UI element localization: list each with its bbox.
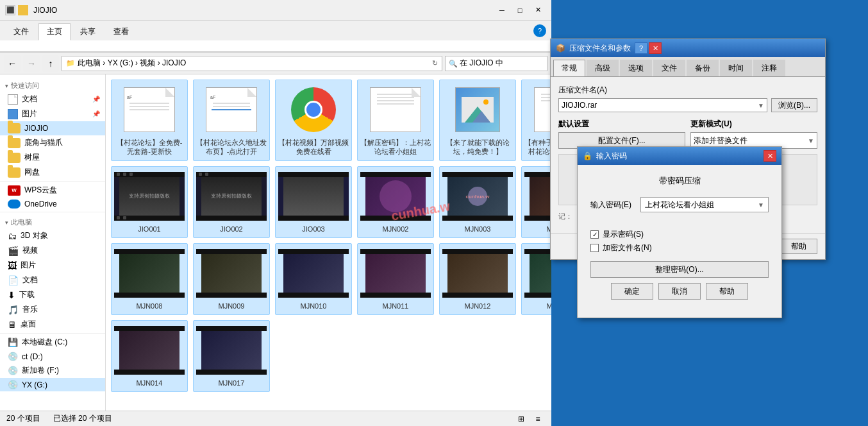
file-item-v3[interactable]: JIO003	[275, 166, 352, 238]
sidebar-item-downloads[interactable]: ⬇ 下载	[0, 287, 105, 302]
sidebar-divider1	[0, 181, 105, 182]
tab-home[interactable]: 主页	[38, 23, 71, 40]
txt-icon-f6	[534, 87, 551, 132]
file-thumb-v9	[278, 248, 349, 299]
file-item-v4[interactable]: MJN002	[357, 166, 434, 238]
file-item-f2[interactable]: aF 【村花论坛永久地址发布页】-点此打开	[193, 80, 270, 161]
rar-tab-files[interactable]: 文件	[653, 60, 685, 76]
sidebar-item-drive-f[interactable]: 💿 新加卷 (F:)	[0, 363, 105, 378]
rar-tab-time[interactable]: 时间	[720, 60, 752, 76]
sidebar-item-onedrive[interactable]: OneDrive	[0, 198, 105, 210]
tab-view[interactable]: 查看	[105, 23, 137, 40]
pwd-cancel-button[interactable]: 取消	[658, 283, 701, 300]
file-item-f6[interactable]: 【有种子却没速度？来村花论坛人工加速】	[521, 80, 551, 161]
selected-items: 已选择 20 个项目	[53, 413, 112, 424]
up-button[interactable]: ↑	[42, 55, 59, 72]
this-pc-section[interactable]: ▾ 此电脑	[0, 214, 105, 228]
file-item-v1[interactable]: 支持原创拍摄版权 JIO001	[111, 166, 188, 238]
filename-select[interactable]: JIOJIO.rar ▼	[558, 98, 767, 112]
list-view-button[interactable]: ≡	[531, 413, 545, 425]
file-item-v7[interactable]: MJN008	[111, 243, 188, 315]
quick-access-section[interactable]: ▾ 快速访问	[0, 77, 105, 92]
rar-tab-advanced[interactable]: 高级	[587, 60, 619, 76]
sidebar-item-drive-g[interactable]: 💿 YX (G:)	[0, 378, 105, 391]
file-item-v12[interactable]: MJN013	[521, 243, 551, 315]
back-button[interactable]: ←	[4, 55, 21, 72]
organize-password-button[interactable]: 整理密码(O)...	[590, 261, 769, 278]
file-thumb-v4	[360, 171, 431, 222]
file-item-v13[interactable]: MJN014	[111, 320, 188, 392]
file-item-v8[interactable]: MJN009	[193, 243, 270, 315]
filename-value: JIOJIO.rar	[562, 101, 597, 110]
file-item-v6[interactable]: MJN004	[521, 166, 551, 238]
sidebar-item-pics[interactable]: 图片 📌	[0, 106, 105, 121]
rar-close-button[interactable]: ✕	[649, 42, 662, 54]
browse-button[interactable]: 浏览(B)...	[771, 98, 817, 112]
sidebar-item-jiojio[interactable]: JIOJIO	[0, 121, 105, 135]
rar-tab-comment[interactable]: 注释	[753, 60, 785, 76]
file-item-v10[interactable]: MJN011	[357, 243, 434, 315]
sidebar-item-pictures[interactable]: 🖼 图片	[0, 258, 105, 273]
rar-help-btn[interactable]: 帮助	[780, 239, 817, 254]
sidebar-item-docs[interactable]: 文档 📌	[0, 92, 105, 106]
sidebar-item-drive-d[interactable]: 💿 ct (D:)	[0, 350, 105, 363]
video-thumb-v10	[360, 249, 431, 298]
sidebar-item-shuwu[interactable]: 树屋	[0, 150, 105, 165]
3d-icon: 🗂	[8, 231, 17, 241]
sidebar-item-documents[interactable]: 📄 文档	[0, 273, 105, 287]
refresh-button[interactable]: ↻	[432, 59, 438, 67]
sidebar-item-drive-c[interactable]: 💾 本地磁盘 (C:)	[0, 335, 105, 350]
address-bar: ← → ↑ 📁 此电脑 › YX (G:) › 视频 › JIOJIO ↻ 🔍	[0, 53, 551, 74]
rar-help-button[interactable]: ?	[635, 42, 647, 54]
file-item-f4[interactable]: 【解压密码】：上村花论坛看小姐姐	[357, 80, 434, 161]
folder-icon-jiojio	[8, 123, 21, 133]
update-mode-arrow: ▼	[808, 137, 814, 144]
pwd-close-button[interactable]: ✕	[764, 150, 776, 162]
address-input[interactable]: 📁 此电脑 › YX (G:) › 视频 › JIOJIO ↻	[62, 56, 442, 71]
sidebar-item-wangpan[interactable]: 网盘	[0, 165, 105, 180]
file-thumb-v6	[524, 171, 551, 222]
file-thumb-v7	[114, 248, 185, 299]
pwd-title-bar: 🔒 输入密码 ✕	[578, 147, 781, 165]
file-item-v9[interactable]: MJN010	[275, 243, 352, 315]
file-item-f3[interactable]: 【村花视频】万部视频免费在线看	[275, 80, 352, 161]
encrypt-names-row: 加密文件名(N)	[590, 243, 769, 253]
maximize-button[interactable]: □	[512, 4, 528, 17]
drive-f-icon: 💿	[8, 366, 18, 375]
file-item-v11[interactable]: MJN012	[439, 243, 516, 315]
search-input[interactable]	[445, 56, 547, 71]
forward-button[interactable]: →	[23, 55, 40, 72]
pwd-spacer	[590, 219, 769, 229]
pwd-input[interactable]: 上村花论坛看小姐姐 ▼	[640, 197, 769, 212]
file-item-f1[interactable]: aF 【村花论坛】全免费-无套路-更新快	[111, 80, 188, 161]
sidebar-item-wps[interactable]: W WPS云盘	[0, 183, 105, 198]
show-password-checkbox[interactable]	[590, 230, 599, 239]
sidebar-item-desktop[interactable]: 🖥 桌面	[0, 317, 105, 332]
sidebar-item-3d[interactable]: 🗂 3D 对象	[0, 228, 105, 243]
rar-tab-backup[interactable]: 备份	[687, 60, 719, 76]
encrypt-names-checkbox[interactable]	[590, 244, 599, 252]
pwd-label: 输入密码(E)	[590, 200, 635, 210]
tab-file[interactable]: 文件	[5, 23, 37, 40]
file-item-v2[interactable]: 支持原创拍摄版权 JIO002	[193, 166, 270, 238]
sidebar-item-lujiaomaozhua[interactable]: 鹿角与猫爪	[0, 135, 105, 150]
file-item-v14[interactable]: MJN017	[193, 320, 270, 392]
grid-view-button[interactable]: ⊞	[514, 413, 528, 425]
sidebar-item-music[interactable]: 🎵 音乐	[0, 302, 105, 317]
file-name-v4: MJN002	[383, 225, 409, 234]
explorer-title: JIOJIO	[33, 6, 494, 15]
sidebar-item-videos[interactable]: 🎬 视频	[0, 243, 105, 258]
pwd-help-button[interactable]: 帮助	[706, 283, 748, 300]
file-name-f6: 【有种子却没速度？来村花论坛人工加速】	[524, 138, 551, 157]
file-item-f5[interactable]: 【来了就能下载的论坛，纯免费！】	[439, 80, 516, 161]
close-button[interactable]: ✕	[530, 4, 546, 17]
file-item-v5[interactable]: cunhua.w MJN003	[439, 166, 516, 238]
tab-share[interactable]: 共享	[72, 23, 104, 40]
url-icon-f2: aF	[206, 87, 257, 132]
pwd-ok-button[interactable]: 确定	[611, 283, 653, 300]
help-icon[interactable]: ?	[533, 24, 546, 37]
minimize-button[interactable]: ─	[494, 4, 510, 17]
rar-tab-general[interactable]: 常规	[553, 60, 585, 76]
rar-tab-options[interactable]: 选项	[620, 60, 652, 76]
update-mode-col: 更新模式(U) 添加并替换文件 ▼	[690, 119, 817, 149]
